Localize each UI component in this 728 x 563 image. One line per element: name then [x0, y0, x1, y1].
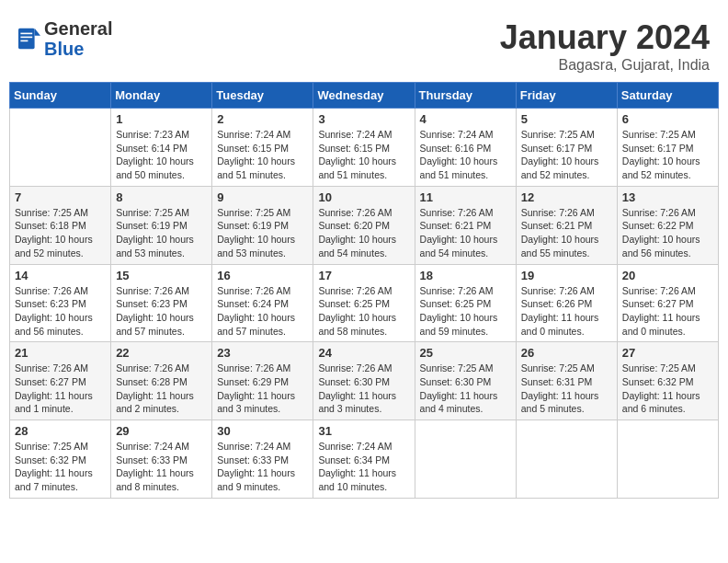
day-info: Sunrise: 7:26 AM Sunset: 6:25 PM Dayligh…: [318, 284, 409, 339]
calendar-week-row: 1Sunrise: 7:23 AM Sunset: 6:14 PM Daylig…: [10, 109, 719, 187]
location-text: Bagasra, Gujarat, India: [500, 57, 710, 74]
logo-blue-text: Blue: [44, 39, 112, 59]
day-info: Sunrise: 7:26 AM Sunset: 6:27 PM Dayligh…: [15, 362, 106, 416]
calendar-day-cell: [415, 420, 516, 499]
day-number: 24: [318, 346, 409, 360]
calendar-day-cell: 10Sunrise: 7:26 AM Sunset: 6:20 PM Dayli…: [313, 186, 415, 264]
calendar-day-cell: 4Sunrise: 7:24 AM Sunset: 6:16 PM Daylig…: [415, 109, 516, 187]
calendar-week-row: 21Sunrise: 7:26 AM Sunset: 6:27 PM Dayli…: [10, 342, 719, 420]
calendar-day-cell: 11Sunrise: 7:26 AM Sunset: 6:21 PM Dayli…: [415, 186, 516, 264]
day-info: Sunrise: 7:26 AM Sunset: 6:23 PM Dayligh…: [116, 284, 207, 339]
calendar-day-cell: 12Sunrise: 7:26 AM Sunset: 6:21 PM Dayli…: [516, 186, 617, 264]
day-info: Sunrise: 7:24 AM Sunset: 6:16 PM Dayligh…: [420, 128, 511, 182]
day-info: Sunrise: 7:25 AM Sunset: 6:19 PM Dayligh…: [116, 206, 207, 260]
day-number: 19: [521, 269, 612, 282]
day-info: Sunrise: 7:25 AM Sunset: 6:18 PM Dayligh…: [15, 206, 106, 260]
day-info: Sunrise: 7:25 AM Sunset: 6:19 PM Dayligh…: [217, 206, 308, 260]
month-title: January 2024: [500, 18, 710, 57]
calendar-header-row: SundayMondayTuesdayWednesdayThursdayFrid…: [10, 83, 719, 109]
day-info: Sunrise: 7:26 AM Sunset: 6:21 PM Dayligh…: [420, 206, 511, 260]
calendar-day-cell: 1Sunrise: 7:23 AM Sunset: 6:14 PM Daylig…: [111, 109, 212, 187]
calendar-day-cell: [617, 420, 718, 499]
calendar-day-cell: 17Sunrise: 7:26 AM Sunset: 6:25 PM Dayli…: [313, 264, 415, 342]
day-number: 10: [318, 190, 409, 204]
logo: General Blue: [18, 18, 112, 59]
day-number: 9: [217, 190, 308, 204]
day-info: Sunrise: 7:24 AM Sunset: 6:34 PM Dayligh…: [318, 440, 409, 494]
svg-rect-2: [20, 33, 32, 35]
calendar-day-cell: 16Sunrise: 7:26 AM Sunset: 6:24 PM Dayli…: [212, 264, 313, 342]
day-number: 4: [420, 112, 511, 126]
day-number: 21: [15, 346, 106, 360]
day-number: 28: [15, 424, 106, 438]
day-number: 31: [318, 424, 409, 438]
day-info: Sunrise: 7:25 AM Sunset: 6:17 PM Dayligh…: [622, 128, 713, 182]
svg-marker-1: [35, 29, 40, 36]
day-info: Sunrise: 7:24 AM Sunset: 6:15 PM Dayligh…: [217, 128, 308, 182]
svg-rect-4: [20, 40, 28, 42]
logo-general-text: General: [44, 18, 112, 39]
calendar-table: SundayMondayTuesdayWednesdayThursdayFrid…: [9, 82, 719, 499]
day-number: 22: [116, 346, 207, 360]
day-header-friday: Friday: [516, 83, 617, 109]
svg-rect-3: [20, 37, 32, 39]
day-header-thursday: Thursday: [415, 83, 516, 109]
day-number: 2: [217, 112, 308, 126]
day-info: Sunrise: 7:25 AM Sunset: 6:31 PM Dayligh…: [521, 362, 612, 416]
day-info: Sunrise: 7:26 AM Sunset: 6:23 PM Dayligh…: [15, 284, 106, 339]
calendar-day-cell: 7Sunrise: 7:25 AM Sunset: 6:18 PM Daylig…: [10, 186, 111, 264]
day-info: Sunrise: 7:24 AM Sunset: 6:33 PM Dayligh…: [217, 440, 308, 494]
day-header-sunday: Sunday: [10, 83, 111, 109]
day-number: 18: [420, 269, 511, 282]
logo-icon: [18, 25, 40, 52]
calendar-week-row: 28Sunrise: 7:25 AM Sunset: 6:32 PM Dayli…: [10, 420, 719, 499]
day-info: Sunrise: 7:24 AM Sunset: 6:33 PM Dayligh…: [116, 440, 207, 494]
day-header-tuesday: Tuesday: [212, 83, 313, 109]
calendar-day-cell: 8Sunrise: 7:25 AM Sunset: 6:19 PM Daylig…: [111, 186, 212, 264]
day-number: 3: [318, 112, 409, 126]
calendar-day-cell: 31Sunrise: 7:24 AM Sunset: 6:34 PM Dayli…: [313, 420, 415, 499]
day-number: 20: [622, 269, 713, 282]
day-info: Sunrise: 7:25 AM Sunset: 6:32 PM Dayligh…: [15, 440, 106, 494]
calendar-day-cell: 30Sunrise: 7:24 AM Sunset: 6:33 PM Dayli…: [212, 420, 313, 499]
calendar-day-cell: 24Sunrise: 7:26 AM Sunset: 6:30 PM Dayli…: [313, 342, 415, 420]
day-number: 14: [15, 269, 106, 282]
calendar-day-cell: 9Sunrise: 7:25 AM Sunset: 6:19 PM Daylig…: [212, 186, 313, 264]
day-info: Sunrise: 7:24 AM Sunset: 6:15 PM Dayligh…: [318, 128, 409, 182]
calendar-day-cell: 25Sunrise: 7:25 AM Sunset: 6:30 PM Dayli…: [415, 342, 516, 420]
day-info: Sunrise: 7:26 AM Sunset: 6:27 PM Dayligh…: [622, 284, 713, 339]
day-info: Sunrise: 7:26 AM Sunset: 6:21 PM Dayligh…: [521, 206, 612, 260]
day-number: 25: [420, 346, 511, 360]
calendar-day-cell: [516, 420, 617, 499]
day-info: Sunrise: 7:26 AM Sunset: 6:30 PM Dayligh…: [318, 362, 409, 416]
day-number: 5: [521, 112, 612, 126]
day-info: Sunrise: 7:25 AM Sunset: 6:30 PM Dayligh…: [420, 362, 511, 416]
page-header: General Blue January 2024 Bagasra, Gujar…: [9, 9, 719, 78]
calendar-day-cell: 13Sunrise: 7:26 AM Sunset: 6:22 PM Dayli…: [617, 186, 718, 264]
day-header-saturday: Saturday: [617, 83, 718, 109]
calendar-day-cell: 21Sunrise: 7:26 AM Sunset: 6:27 PM Dayli…: [10, 342, 111, 420]
day-info: Sunrise: 7:26 AM Sunset: 6:28 PM Dayligh…: [116, 362, 207, 416]
calendar-day-cell: 27Sunrise: 7:25 AM Sunset: 6:32 PM Dayli…: [617, 342, 718, 420]
calendar-day-cell: [10, 109, 111, 187]
title-block: January 2024 Bagasra, Gujarat, India: [500, 18, 710, 74]
calendar-week-row: 7Sunrise: 7:25 AM Sunset: 6:18 PM Daylig…: [10, 186, 719, 264]
day-info: Sunrise: 7:26 AM Sunset: 6:20 PM Dayligh…: [318, 206, 409, 260]
day-header-wednesday: Wednesday: [313, 83, 415, 109]
day-number: 11: [420, 190, 511, 204]
calendar-day-cell: 3Sunrise: 7:24 AM Sunset: 6:15 PM Daylig…: [313, 109, 415, 187]
calendar-day-cell: 18Sunrise: 7:26 AM Sunset: 6:25 PM Dayli…: [415, 264, 516, 342]
calendar-day-cell: 6Sunrise: 7:25 AM Sunset: 6:17 PM Daylig…: [617, 109, 718, 187]
day-number: 16: [217, 269, 308, 282]
calendar-day-cell: 19Sunrise: 7:26 AM Sunset: 6:26 PM Dayli…: [516, 264, 617, 342]
day-header-monday: Monday: [111, 83, 212, 109]
calendar-day-cell: 2Sunrise: 7:24 AM Sunset: 6:15 PM Daylig…: [212, 109, 313, 187]
calendar-day-cell: 15Sunrise: 7:26 AM Sunset: 6:23 PM Dayli…: [111, 264, 212, 342]
day-info: Sunrise: 7:26 AM Sunset: 6:25 PM Dayligh…: [420, 284, 511, 339]
day-number: 12: [521, 190, 612, 204]
calendar-day-cell: 23Sunrise: 7:26 AM Sunset: 6:29 PM Dayli…: [212, 342, 313, 420]
day-number: 6: [622, 112, 713, 126]
day-number: 23: [217, 346, 308, 360]
day-number: 26: [521, 346, 612, 360]
calendar-day-cell: 22Sunrise: 7:26 AM Sunset: 6:28 PM Dayli…: [111, 342, 212, 420]
